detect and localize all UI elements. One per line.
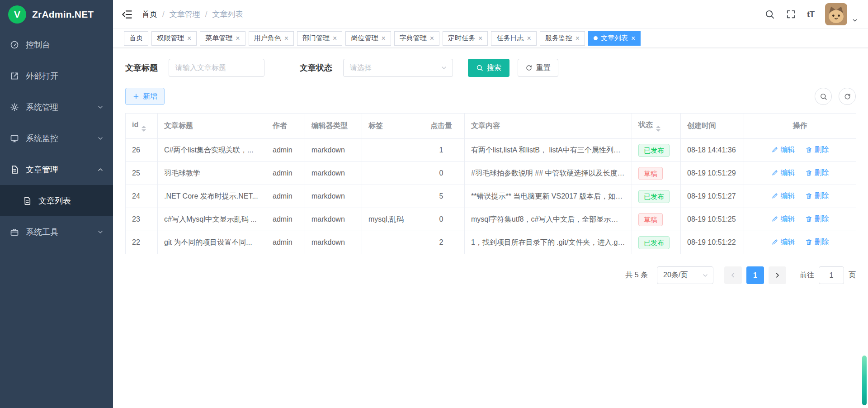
cell-created: 08-19 10:51:29 [681,162,744,185]
sidebar-item-label: 控制台 [26,39,50,50]
cell-editor: markdown [305,185,362,208]
tag-user-role[interactable]: 用户角色× [249,31,294,46]
sort-icon[interactable] [142,126,146,132]
page-content: 文章标题 文章状态 请选择 搜索 [113,48,868,408]
delete-button[interactable]: 删除 [805,214,829,224]
page-size-select[interactable]: 20条/页 [657,266,713,284]
close-icon[interactable]: × [333,35,337,42]
delete-button[interactable]: 删除 [805,145,829,155]
cell-editor: markdown [305,208,362,231]
edit-button[interactable]: 编辑 [771,214,795,224]
cell-tags [362,139,418,162]
breadcrumb-separator: / [162,10,165,19]
prev-page-button[interactable] [724,266,742,284]
column-header-id[interactable]: id [126,114,158,139]
search-button[interactable]: 搜索 [468,59,509,77]
sidebar-item-article-list[interactable]: 文章列表 [0,185,113,216]
table-header-row: id文章标题作者编辑器类型标签点击量文章内容状态创建时间操作 [126,114,856,139]
delete-button[interactable]: 删除 [805,237,829,247]
tag-task-log[interactable]: 任务日志× [491,31,536,46]
sidebar-item-system-monitor[interactable]: 系统监控 [0,123,113,154]
close-icon[interactable]: × [187,35,191,42]
refresh-icon [844,93,851,100]
tag-home[interactable]: 首页 [124,31,148,46]
close-icon[interactable]: × [430,35,434,42]
topbar-right: tT [764,3,858,25]
cell-status: 草稿 [632,208,681,231]
delete-button[interactable]: 删除 [805,191,829,201]
breadcrumb-item[interactable]: 文章管理 [170,9,200,19]
breadcrumb-item[interactable]: 首页 [142,9,157,19]
cell-actions: 编辑删除 [744,139,856,162]
cell-actions: 编辑删除 [744,162,856,185]
fullscreen-icon[interactable] [786,9,796,19]
delete-button[interactable]: 删除 [805,168,829,178]
search-icon [476,64,483,71]
cell-content: 有两个list,listA 和listB， listA中有三个属性列为St... [465,139,632,162]
add-button[interactable]: 新增 [125,88,165,105]
chevron-down-icon [97,228,104,236]
breadcrumb-item[interactable]: 文章列表 [212,9,243,19]
close-icon[interactable]: × [576,35,580,42]
tag-label: 用户角色 [254,34,281,43]
close-icon[interactable]: × [284,35,288,42]
tag-server-monitor[interactable]: 服务监控× [540,31,585,46]
sidebar-item-system-tools[interactable]: 系统工具 [0,216,113,247]
article-title-input[interactable] [169,59,264,77]
close-icon[interactable]: × [381,35,385,42]
font-size-icon[interactable]: tT [807,9,814,19]
search-icon[interactable] [764,9,775,19]
avatar[interactable] [825,3,847,25]
external-icon [10,71,19,81]
cell-title: .NET Core 发布时提示.NET... [158,185,266,208]
refresh-table-button[interactable] [839,88,856,105]
tag-permission[interactable]: 权限管理× [151,31,197,46]
sidebar-item-article-management[interactable]: 文章管理 [0,154,113,185]
caret-down-icon[interactable] [852,17,858,24]
cell-id: 26 [126,139,158,162]
tag-department[interactable]: 部门管理× [297,31,342,46]
edit-button[interactable]: 编辑 [771,191,795,201]
tag-menu[interactable]: 菜单管理× [200,31,245,46]
tag-post[interactable]: 岗位管理× [345,31,391,46]
chevron-down-icon [97,135,104,142]
sidebar-item-label: 外部打开 [26,71,58,81]
article-status-label: 文章状态 [300,62,332,73]
sidebar-item-console[interactable]: 控制台 [0,29,113,60]
sidebar-item-label: 系统管理 [26,102,58,113]
edit-button[interactable]: 编辑 [771,168,795,178]
sidebar-item-external-open[interactable]: 外部打开 [0,60,113,91]
reset-button[interactable]: 重置 [518,59,558,77]
sidebar-item-system-management[interactable]: 系统管理 [0,91,113,123]
page-number-button[interactable]: 1 [746,266,764,284]
cell-editor: markdown [305,139,362,162]
tag-dictionary[interactable]: 字典管理× [394,31,439,46]
trash-icon [805,238,812,246]
column-header-status[interactable]: 状态 [632,114,681,139]
edit-button[interactable]: 编辑 [771,145,795,155]
toggle-search-button[interactable] [815,88,832,105]
scrollbar-thumb[interactable] [862,356,867,405]
tag-article-list[interactable]: 文章列表× [588,31,641,46]
sort-icon[interactable] [656,126,660,132]
trash-icon [805,192,812,199]
close-icon[interactable]: × [527,35,531,42]
fold-menu-icon[interactable] [121,9,133,20]
goto-page-input[interactable] [819,266,844,284]
edit-icon [771,146,778,153]
cell-created: 08-18 14:41:36 [681,139,744,162]
edit-button[interactable]: 编辑 [771,237,795,247]
cell-author: admin [266,185,305,208]
column-header-hits: 点击量 [418,114,465,139]
close-icon[interactable]: × [631,35,635,42]
article-status-select[interactable]: 请选择 [343,59,453,77]
edit-icon [771,192,778,199]
tag-schedule[interactable]: 定时任务× [443,31,488,46]
close-icon[interactable]: × [236,35,240,42]
next-page-button[interactable] [769,266,786,284]
cell-id: 23 [126,208,158,231]
sidebar-item-label: 文章管理 [26,164,58,175]
close-icon[interactable]: × [478,35,482,42]
cell-title: c#写入Mysql中文显示乱码 ... [158,208,266,231]
tag-label: 任务日志 [496,34,524,43]
